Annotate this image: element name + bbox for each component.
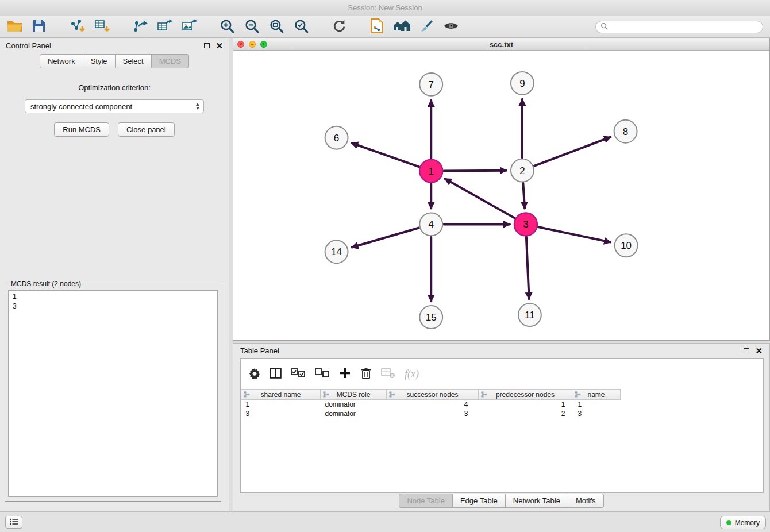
mcds-result-list[interactable]: 13 bbox=[8, 290, 218, 497]
edge-3-1[interactable] bbox=[445, 179, 515, 218]
edge-4-14[interactable] bbox=[352, 228, 419, 248]
node-4[interactable]: 4 bbox=[419, 213, 442, 236]
float-panel-icon[interactable] bbox=[204, 43, 210, 48]
network-window-titlebar[interactable]: scc.txt × − + bbox=[233, 38, 769, 51]
show-graphics-eye-button[interactable] bbox=[442, 18, 460, 36]
network-graph[interactable]: 7968124314101511 bbox=[233, 51, 769, 340]
node-1[interactable]: 1 bbox=[419, 160, 442, 183]
tab-network-table[interactable]: Network Table bbox=[506, 494, 568, 508]
import-network-button[interactable] bbox=[68, 18, 86, 36]
memory-button[interactable]: Memory bbox=[720, 516, 766, 529]
edge-2-8[interactable] bbox=[534, 137, 610, 166]
node-10[interactable]: 10 bbox=[615, 234, 638, 257]
delete-column-button[interactable] bbox=[360, 367, 372, 381]
zoom-fit-button[interactable] bbox=[268, 18, 285, 36]
style-brush-button[interactable] bbox=[418, 18, 435, 36]
edge-1-6[interactable] bbox=[352, 143, 419, 167]
run-mcds-button[interactable]: Run MCDS bbox=[54, 122, 109, 137]
zoom-out-button[interactable] bbox=[243, 18, 260, 36]
node-label: 1 bbox=[429, 166, 434, 177]
table-cell[interactable]: 3 bbox=[241, 409, 321, 418]
table-cell[interactable]: 3 bbox=[572, 409, 621, 418]
node-2[interactable]: 2 bbox=[511, 159, 534, 182]
table-cell[interactable]: 3 bbox=[387, 409, 479, 418]
table-cell[interactable]: dominator bbox=[321, 400, 387, 409]
refresh-button[interactable] bbox=[330, 18, 348, 36]
tab-edge-table[interactable]: Edge Table bbox=[453, 494, 506, 508]
import-table-icon bbox=[94, 18, 110, 36]
close-panel-button[interactable]: Close panel bbox=[118, 122, 175, 137]
tab-node-table[interactable]: Node Table bbox=[399, 494, 453, 508]
node-6[interactable]: 6 bbox=[325, 126, 348, 149]
open-session-button[interactable] bbox=[6, 18, 23, 36]
minimize-window-icon[interactable]: − bbox=[249, 41, 256, 48]
column-header-name[interactable]: name bbox=[572, 390, 621, 400]
column-header-mcds-role[interactable]: MCDS role bbox=[321, 390, 387, 400]
delete-table-button[interactable] bbox=[381, 368, 395, 380]
table-row[interactable]: 1dominator411 bbox=[241, 400, 621, 409]
table-cell[interactable]: 1 bbox=[572, 400, 621, 409]
attribute-tree-icon bbox=[389, 391, 395, 399]
zoom-selected-button[interactable] bbox=[292, 18, 310, 36]
tab-style[interactable]: Style bbox=[83, 54, 116, 68]
tab-mcds[interactable]: MCDS bbox=[152, 54, 189, 68]
tab-select[interactable]: Select bbox=[116, 54, 152, 68]
search-field[interactable] bbox=[595, 21, 763, 33]
document-network-icon bbox=[369, 18, 384, 36]
float-table-panel-icon[interactable] bbox=[744, 348, 749, 353]
node-3[interactable]: 3 bbox=[514, 213, 537, 236]
close-table-panel-icon[interactable]: ✕ bbox=[755, 346, 763, 355]
criterion-dropdown[interactable]: strongly connected component bbox=[25, 99, 204, 113]
toolbar-separator bbox=[55, 26, 61, 27]
export-network-button[interactable] bbox=[131, 18, 148, 36]
edge-3-11[interactable] bbox=[526, 237, 529, 299]
node-15[interactable]: 15 bbox=[419, 306, 442, 329]
node-9[interactable]: 9 bbox=[511, 72, 534, 95]
table-row[interactable]: 3dominator323 bbox=[241, 409, 621, 418]
table-cell[interactable]: dominator bbox=[321, 409, 387, 418]
deselect-all-button[interactable] bbox=[315, 368, 330, 380]
table-cell[interactable]: 1 bbox=[241, 400, 321, 409]
column-header-successor-nodes[interactable]: successor nodes bbox=[387, 390, 479, 400]
edge-3-10[interactable] bbox=[538, 227, 610, 242]
toolbar-separator bbox=[118, 26, 124, 27]
node-label: 15 bbox=[426, 312, 437, 323]
column-header-shared-name[interactable]: shared name bbox=[241, 390, 321, 400]
column-header-predecessor-nodes[interactable]: predecessor nodes bbox=[479, 390, 572, 400]
node-8[interactable]: 8 bbox=[614, 120, 637, 143]
select-all-button[interactable] bbox=[291, 368, 306, 380]
close-panel-icon[interactable]: ✕ bbox=[215, 41, 223, 50]
table-cell[interactable]: 4 bbox=[387, 400, 479, 409]
save-session-button[interactable] bbox=[30, 18, 48, 36]
window-titlebar: Session: New Session bbox=[0, 0, 770, 16]
tab-network[interactable]: Network bbox=[40, 54, 83, 68]
network-canvas[interactable]: 7968124314101511 bbox=[233, 51, 769, 340]
export-table-button[interactable] bbox=[156, 18, 173, 36]
mcds-buttons-row: Run MCDS Close panel bbox=[0, 122, 229, 137]
node-14[interactable]: 14 bbox=[325, 240, 348, 263]
optimization-criterion-label: Optimization criterion: bbox=[0, 83, 229, 92]
hide-panels-button[interactable] bbox=[393, 18, 410, 36]
node-11[interactable]: 11 bbox=[518, 303, 541, 326]
node-7[interactable]: 7 bbox=[419, 73, 442, 96]
edge-1-2[interactable] bbox=[444, 171, 506, 171]
copy-style-document-button[interactable] bbox=[368, 18, 386, 36]
zoom-in-button[interactable] bbox=[218, 18, 236, 36]
close-window-icon[interactable]: × bbox=[237, 41, 244, 48]
attribute-tree-icon bbox=[323, 391, 329, 399]
tab-motifs[interactable]: Motifs bbox=[568, 494, 604, 508]
import-table-button[interactable] bbox=[93, 18, 110, 36]
add-column-button[interactable] bbox=[339, 367, 351, 381]
export-image-button[interactable] bbox=[180, 18, 198, 36]
zoom-fit-icon bbox=[269, 18, 284, 36]
task-history-button[interactable] bbox=[5, 516, 22, 529]
show-column-panel-button[interactable] bbox=[270, 368, 282, 380]
table-cell[interactable]: 1 bbox=[479, 400, 572, 409]
function-builder-button[interactable]: f(x) bbox=[405, 368, 419, 380]
unchecked-boxes-icon bbox=[315, 368, 330, 380]
table-cell[interactable]: 2 bbox=[479, 409, 572, 418]
edge-2-3[interactable] bbox=[523, 183, 525, 208]
table-settings-button[interactable] bbox=[249, 368, 260, 381]
maximize-window-icon[interactable]: + bbox=[260, 41, 267, 48]
search-input[interactable] bbox=[611, 23, 758, 31]
